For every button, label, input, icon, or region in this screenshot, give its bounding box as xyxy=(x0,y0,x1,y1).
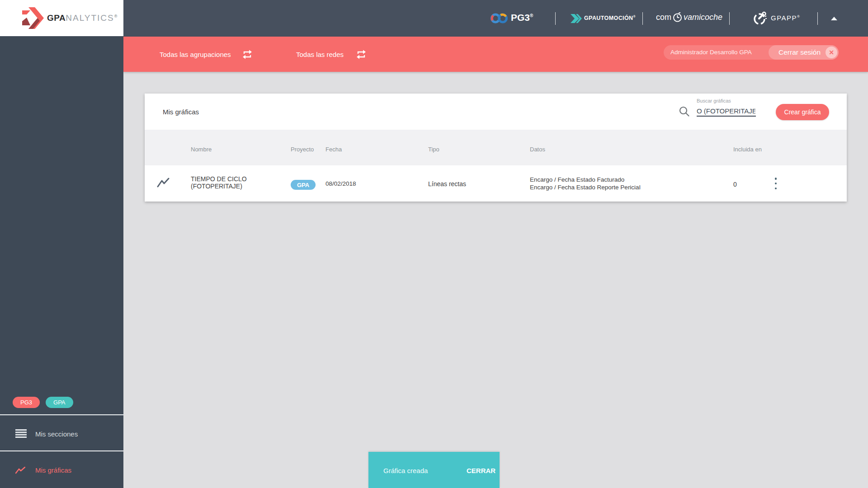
snackbar-close-button[interactable]: CERRAR xyxy=(467,467,495,474)
gpapp-logo: GPAPP® xyxy=(771,14,800,22)
brand-reg: ® xyxy=(114,14,118,19)
sidebar-badges: PG3 GPA xyxy=(13,397,73,408)
included-in-cell: 0 xyxy=(733,181,737,188)
gpa-badge[interactable]: GPA xyxy=(46,397,73,408)
sections-list-icon xyxy=(15,429,27,438)
gpautomocion-logo: GPAUTOMOCIÓN® xyxy=(584,15,636,21)
logout-button[interactable]: Cerrar sesión ✕ xyxy=(769,45,839,60)
search-value: O (FOTOPERITAJE) xyxy=(697,107,755,115)
header-divider xyxy=(555,12,556,25)
sidebar: PG3 GPA Mis secciones Mis gráficas xyxy=(0,36,123,488)
column-header-tipo: Tipo xyxy=(428,146,439,153)
graph-name-line1: TIEMPO DE CICLO xyxy=(191,176,247,183)
pg3-infinity-icon xyxy=(490,12,508,24)
header-divider xyxy=(729,12,730,25)
gpanalytics-arrow-icon xyxy=(21,7,44,29)
search-field-label: Buscar gráficas xyxy=(697,98,731,103)
groupings-filter-label[interactable]: Todas las agrupaciones xyxy=(160,51,231,58)
logout-x-icon[interactable]: ✕ xyxy=(826,47,837,58)
comprovamicoche-logo: com vamicoche xyxy=(656,12,722,23)
comprova-post-text: vamicoche xyxy=(684,13,722,22)
project-badge: GPA xyxy=(291,180,316,190)
app-window: PG3® GPAUTOMOCIÓN® com vamicoche xyxy=(0,0,868,488)
data-cell: Encargo / Fecha Estado Facturado Encargo… xyxy=(530,176,641,191)
column-header-fecha: Fecha xyxy=(326,146,342,153)
comprova-pre-text: com xyxy=(656,13,671,22)
gpapp-reg: ® xyxy=(797,14,800,19)
graph-name-line2: (FOTOPERITAJE) xyxy=(191,183,247,190)
swap-networks-icon[interactable] xyxy=(356,50,367,59)
gpapp-wrench-icon xyxy=(753,11,767,26)
networks-filter-label[interactable]: Todas las redes xyxy=(296,51,344,58)
row-menu-icon[interactable] xyxy=(773,178,779,189)
gpautomocion-arrow-icon xyxy=(571,14,582,23)
line-chart-icon xyxy=(15,467,25,474)
swap-groupings-icon[interactable] xyxy=(242,50,253,59)
clock-icon xyxy=(672,12,683,23)
sidebar-item-mis-secciones[interactable]: Mis secciones xyxy=(0,415,123,451)
user-name: Administrador Desarrollo GPA xyxy=(670,49,752,56)
column-header-datos: Datos xyxy=(530,146,545,153)
pg3-logo: PG3® xyxy=(511,12,533,23)
sidebar-item-label: Mis gráficas xyxy=(35,466,71,474)
header-divider xyxy=(817,12,818,25)
top-header-bar: PG3® GPAUTOMOCIÓN® com vamicoche xyxy=(0,0,868,37)
search-icon[interactable] xyxy=(679,106,689,117)
pg3-reg: ® xyxy=(530,13,533,18)
header-divider xyxy=(642,12,643,25)
graph-name-cell: TIEMPO DE CICLO (FOTOPERITAJE) xyxy=(191,176,247,190)
gpautomocion-reg: ® xyxy=(633,15,636,18)
data-line1: Encargo / Fecha Estado Facturado xyxy=(530,176,641,184)
table-header: Nombre Proyecto Fecha Tipo Datos Incluid… xyxy=(145,130,847,165)
brand-logo-box: GPANALYTICS® xyxy=(0,0,123,36)
line-chart-icon xyxy=(157,178,170,188)
table-row[interactable]: TIEMPO DE CICLO (FOTOPERITAJE) GPA 08/02… xyxy=(145,165,847,202)
snackbar-message: Gráfica creada xyxy=(383,467,428,474)
collapse-arrow-icon[interactable] xyxy=(831,17,837,20)
create-graph-button[interactable]: Crear gráfica xyxy=(776,104,829,120)
sidebar-item-mis-graficas[interactable]: Mis gráficas xyxy=(0,451,123,488)
search-input[interactable]: O (FOTOPERITAJE) xyxy=(697,106,755,116)
logout-label: Cerrar sesión xyxy=(778,48,821,56)
graphs-card: Mis gráficas Buscar gráficas O (FOTOPERI… xyxy=(145,94,847,202)
column-header-incluida: Incluida en xyxy=(733,146,762,153)
pg3-badge[interactable]: PG3 xyxy=(13,397,40,408)
snackbar: Gráfica creada CERRAR xyxy=(368,452,500,488)
type-cell: Líneas rectas xyxy=(428,180,466,188)
date-cell: 08/02/2018 xyxy=(326,180,356,187)
sidebar-item-label: Mis secciones xyxy=(35,430,78,438)
filter-bar: Todas las agrupaciones Todas las redes A… xyxy=(123,37,868,72)
column-header-proyecto: Proyecto xyxy=(291,146,314,153)
page-title: Mis gráficas xyxy=(163,108,199,116)
data-line2: Encargo / Fecha Estado Reporte Pericial xyxy=(530,184,641,192)
search-underline xyxy=(697,116,756,117)
gpanalytics-logo-text: GPANALYTICS® xyxy=(47,13,118,23)
column-header-nombre: Nombre xyxy=(191,146,212,153)
